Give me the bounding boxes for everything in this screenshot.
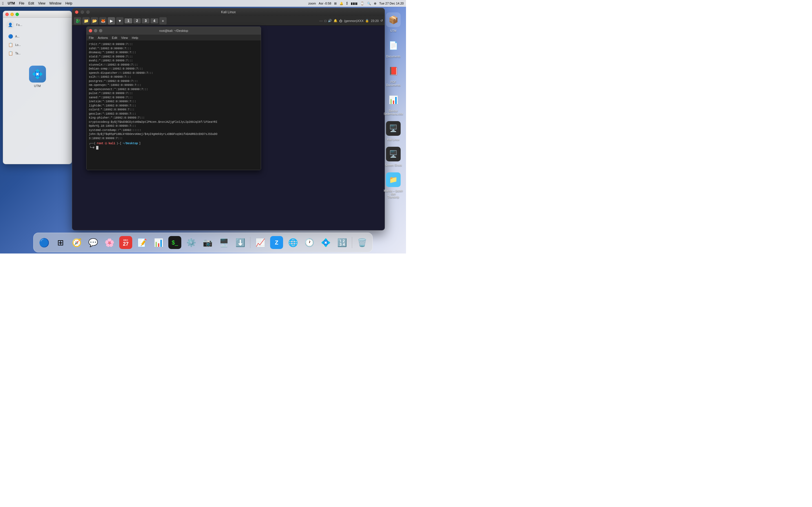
dock-anydesk[interactable]: 🖥️ [216, 235, 232, 250]
menubar-user: Asr -0:58 [319, 2, 331, 5]
sidebar-item-marisa[interactable]: 📁 Marisa – Ijazah dan Transkrip [384, 171, 403, 199]
utm-min-button[interactable] [10, 13, 14, 16]
dock-trash[interactable]: 🗑️ [354, 235, 370, 250]
sidebar-item-documents[interactable]: 📄 Documents [385, 37, 402, 58]
kali-tab-dropdown[interactable]: ▼ [116, 17, 123, 24]
sidebar-item-pdf[interactable]: 📕 PDF Documents [384, 62, 403, 87]
kali-min-button[interactable] [81, 10, 84, 14]
menubar-view[interactable]: View [38, 1, 45, 5]
kali-fire-icon[interactable]: 🦊 [99, 17, 107, 24]
kali-add-tab[interactable]: + [159, 17, 167, 24]
menubar-file[interactable]: File [19, 1, 24, 5]
dock-sysprefs[interactable]: ⚙️ [184, 235, 199, 250]
menubar-window[interactable]: Window [49, 1, 61, 5]
kali-term-icon[interactable]: ▶ [108, 17, 115, 24]
kali-dragon-icon[interactable]: 🐉 [74, 17, 81, 24]
kali-lock[interactable]: 🔒 [365, 19, 369, 22]
utm-item-icon-2: 📋 [8, 43, 13, 47]
dock-messages[interactable]: 💬 [86, 235, 101, 250]
terminal-line: cryptocodecg:$y$jT$AdXBCEytoHbW2ptlPKcen… [89, 120, 259, 124]
dock-keynote[interactable]: 📊 [151, 235, 166, 250]
terminal-line: geoclue:*:18992:0:99999:7::: [89, 112, 259, 116]
documents-box-icon: 📄 [386, 38, 401, 53]
menubar-app-name[interactable]: UTM [8, 1, 15, 5]
utm-max-button[interactable] [15, 13, 19, 16]
prompt-hash: └─# [89, 146, 96, 149]
sidebar-pdf-icon: 📕 [385, 62, 402, 79]
utm-vm-item[interactable]: 💠 UTM [6, 66, 69, 88]
terminal-menubar: File Actions Edit View Help [87, 35, 261, 41]
dock-capture[interactable]: 📷 [200, 235, 215, 250]
dock-photos[interactable]: 🌸 [102, 235, 117, 250]
terminal-close-button[interactable] [89, 29, 92, 33]
terminal-menu-file[interactable]: File [89, 36, 94, 40]
dock: 🔵 ⊞ 🧭 💬 🌸 DEC 27 📝 📊 [33, 233, 373, 252]
dock-zoom[interactable]: Z [269, 235, 284, 250]
utm-sidebar-item-1[interactable]: 🔵 A... [6, 33, 69, 40]
kali-notif[interactable]: 🔔 [334, 19, 338, 22]
menubar-bluetooth[interactable]: ₿ [346, 2, 348, 5]
menubar-notification[interactable]: 🔔 [340, 2, 343, 5]
utm-sidebar-item-2[interactable]: 📋 Lo... [6, 41, 69, 49]
marisa-box-icon: 📁 [386, 172, 401, 187]
dock-utm2[interactable]: 💠 [318, 235, 333, 250]
prompt-dir-close: ] [139, 142, 141, 146]
kali-power[interactable]: ⏻ [339, 19, 342, 22]
clock-icon: 🕐 [303, 236, 316, 249]
menubar-edit[interactable]: Edit [28, 1, 34, 5]
terminal-line: pulse:*:18992:0:99999:7::: [89, 92, 259, 96]
sidebar-item-screenshots[interactable]: 🖥️ Screen Shots [385, 146, 402, 167]
menubar-battery: ▮▮▮▮ [351, 2, 357, 5]
terminal-body[interactable]: rtkit:*:18992:0:99999:7:::sshd:*:18992:0… [87, 41, 261, 170]
terminal-menu-actions[interactable]: Actions [98, 36, 108, 40]
terminal-menu-edit[interactable]: Edit [112, 36, 117, 40]
dock-clock[interactable]: 🕐 [302, 235, 317, 250]
kali-sound[interactable]: 🔊 [328, 19, 332, 22]
terminal-line: stunnel4:!:18992:0:99999:7::: [89, 63, 259, 67]
dock-calendar[interactable]: DEC 27 [118, 235, 133, 250]
utm-close-button[interactable] [5, 13, 9, 16]
menubar-wifi[interactable]: ⌚ [360, 2, 364, 5]
sidebar-documents-label: Documents [386, 55, 401, 58]
sidebar-item-bandur[interactable]: 📊 Bandur Sederhana.xlsx [384, 91, 403, 115]
kali-tab-3[interactable]: 3 [142, 18, 149, 23]
desktop:  UTM File Edit View Window Help zoom As… [0, 0, 406, 253]
dock-chrome[interactable]: 🌐 [285, 235, 301, 250]
menubar-control-center[interactable]: ⊕ [374, 2, 376, 5]
kali-window: Kali Linux 🐉 📁 📂 🦊 ▶ ▼ 1 2 3 4 + ···· □ … [72, 8, 385, 230]
terminal-min-button[interactable] [94, 29, 97, 33]
dock-import[interactable]: ⬇️ [233, 235, 248, 250]
kali-tab-4[interactable]: 4 [151, 18, 158, 23]
terminal-menu-help[interactable]: Help [132, 36, 138, 40]
prompt-bracket-close: )-[ [116, 142, 121, 146]
terminal-line: avahi:*:18992:0:99999:7::: [89, 59, 259, 63]
sidebar-screenshots-label: Screen Shots [385, 164, 402, 167]
dock-calculator[interactable]: 🔢 [335, 235, 350, 250]
dock-safari[interactable]: 🧭 [69, 235, 84, 250]
dock-activity[interactable]: 📈 [253, 235, 268, 250]
dock-terminal[interactable]: $_ [167, 235, 183, 250]
dock-notes[interactable]: 📝 [135, 235, 150, 250]
kali-refresh[interactable]: ↺ [380, 19, 383, 22]
utm-item-icon-3: 📋 [8, 51, 13, 55]
dock-launchpad[interactable]: ⊞ [53, 235, 68, 250]
utm-sidebar-item-3[interactable]: 📋 Ta... [6, 49, 69, 57]
terminal-max-button[interactable] [99, 29, 102, 33]
kali-folder-icon[interactable]: 📂 [91, 17, 98, 24]
dock-finder[interactable]: 🔵 [36, 235, 52, 250]
terminal-menu-view[interactable]: View [121, 36, 128, 40]
terminal-line: statd:*:18992:0:99999:7::: [89, 55, 259, 59]
menubar-search[interactable]: 🔍 [367, 2, 371, 5]
kali-files-icon[interactable]: 📁 [82, 17, 90, 24]
kali-close-button[interactable] [75, 10, 79, 14]
apple-menu[interactable]:  [2, 1, 4, 6]
sidebar-item-kali[interactable]: 🖥️ Kali Linux [385, 120, 402, 141]
kali-tab-2[interactable]: 2 [133, 18, 141, 23]
utm-item-label-2: Lo... [15, 43, 20, 47]
terminal-line: 0p8vYQ.18:18992:0:99999:7::: [89, 124, 259, 128]
menubar-help[interactable]: Help [65, 1, 72, 5]
kali-tab-1[interactable]: 1 [124, 18, 132, 23]
menubar-mission-control[interactable]: ⊞ [334, 2, 337, 5]
sidebar-item-utm[interactable]: 📦 UTM [385, 11, 402, 33]
kali-max-button[interactable] [86, 10, 90, 14]
